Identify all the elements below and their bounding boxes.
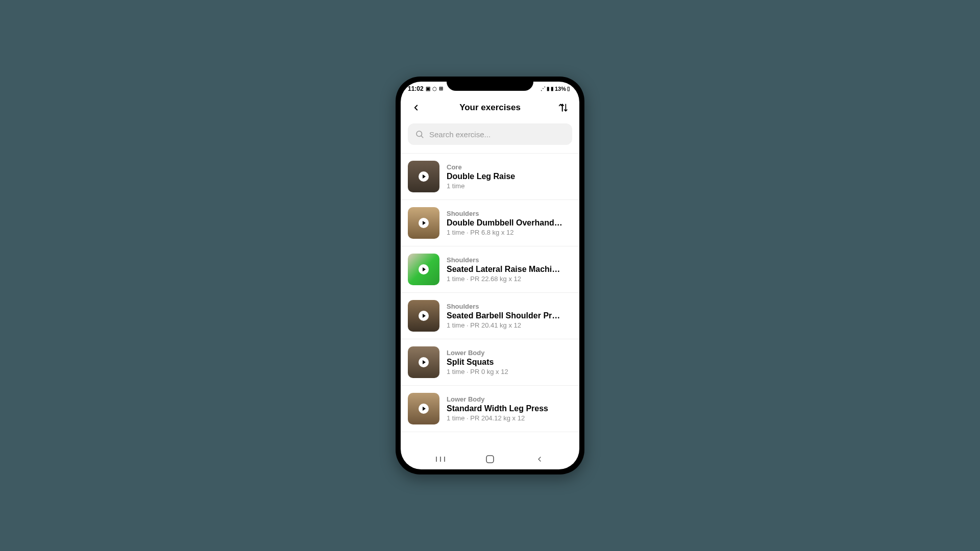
home-icon — [485, 455, 495, 464]
svg-line-2 — [421, 136, 423, 137]
recents-button[interactable] — [430, 456, 451, 463]
whatsapp-status-icon: ◌ — [432, 86, 437, 91]
signal-icon-2: ▮ — [551, 86, 554, 91]
status-time: 11:02 — [408, 85, 424, 92]
sort-button[interactable] — [556, 99, 572, 116]
play-icon — [419, 218, 429, 228]
search-icon — [415, 130, 424, 139]
home-button[interactable] — [480, 455, 500, 464]
app-status-icon: ⊞ — [439, 86, 443, 91]
exercise-row[interactable]: Lower Body Standard Width Leg Press 1 ti… — [401, 386, 579, 432]
exercise-name: Split Squats — [447, 358, 508, 367]
exercise-subtext: 1 time · PR 204.12 kg x 12 — [447, 414, 548, 422]
battery-percent: 13% — [555, 86, 566, 92]
notch — [447, 77, 533, 91]
system-back-button[interactable] — [529, 455, 550, 463]
exercise-thumbnail[interactable] — [408, 254, 439, 285]
page-title: Your exercises — [459, 103, 521, 113]
exercise-row[interactable]: Core Double Leg Raise 1 time — [401, 153, 579, 200]
play-icon — [419, 357, 429, 367]
exercise-category: Lower Body — [447, 349, 508, 357]
wifi-icon: ⋰ — [541, 86, 546, 91]
exercise-list: Core Double Leg Raise 1 time Shoulders D… — [401, 148, 579, 449]
exercise-name: Seated Lateral Raise Machine 2 — [447, 265, 564, 274]
exercise-category: Core — [447, 163, 515, 171]
phone-frame: 11:02 ▣ ◌ ⊞ ⋰ ▮ ▮ 13% ▯ Your exercises — [396, 77, 584, 474]
chevron-left-icon — [411, 103, 421, 112]
play-icon — [419, 311, 429, 321]
gallery-status-icon: ▣ — [426, 86, 430, 91]
exercise-subtext: 1 time · PR 22.68 kg x 12 — [447, 275, 564, 283]
play-icon — [419, 264, 429, 274]
exercise-thumbnail[interactable] — [408, 207, 439, 239]
search-bar[interactable] — [408, 123, 572, 145]
exercise-subtext: 1 time — [447, 182, 515, 190]
chevron-left-icon — [535, 455, 544, 463]
exercise-category: Shoulders — [447, 210, 564, 217]
screen: 11:02 ▣ ◌ ⊞ ⋰ ▮ ▮ 13% ▯ Your exercises — [401, 82, 579, 469]
exercise-name: Seated Barbell Shoulder Press — [447, 311, 564, 320]
exercise-row[interactable]: Shoulders Seated Lateral Raise Machine 2… — [401, 246, 579, 293]
play-icon — [419, 404, 429, 414]
exercise-subtext: 1 time · PR 20.41 kg x 12 — [447, 321, 564, 329]
app-header: Your exercises — [401, 96, 579, 119]
battery-icon: ▯ — [567, 86, 570, 91]
exercise-row[interactable]: Shoulders Double Dumbbell Overhand Gr.. … — [401, 200, 579, 246]
exercise-category: Shoulders — [447, 303, 564, 310]
exercise-row[interactable]: Shoulders Seated Barbell Shoulder Press … — [401, 293, 579, 339]
exercise-thumbnail[interactable] — [408, 346, 439, 378]
svg-rect-6 — [486, 456, 494, 463]
exercise-category: Lower Body — [447, 395, 548, 403]
system-nav-bar — [401, 449, 579, 469]
exercise-name: Standard Width Leg Press — [447, 404, 548, 413]
exercise-name: Double Dumbbell Overhand Gr.. — [447, 218, 564, 228]
signal-icon-1: ▮ — [547, 86, 550, 91]
sort-icon — [559, 103, 569, 113]
exercise-thumbnail[interactable] — [408, 393, 439, 424]
svg-point-1 — [416, 131, 422, 137]
exercise-name: Double Leg Raise — [447, 172, 515, 181]
exercise-category: Shoulders — [447, 256, 564, 264]
play-icon — [419, 171, 429, 182]
exercise-subtext: 1 time · PR 0 kg x 12 — [447, 368, 508, 375]
exercise-thumbnail[interactable] — [408, 300, 439, 332]
exercise-row[interactable]: Lower Body Split Squats 1 time · PR 0 kg… — [401, 339, 579, 386]
recents-icon — [435, 456, 446, 463]
exercise-thumbnail[interactable] — [408, 161, 439, 192]
exercise-subtext: 1 time · PR 6.8 kg x 12 — [447, 229, 564, 236]
search-input[interactable] — [429, 130, 565, 139]
back-button[interactable] — [408, 99, 424, 116]
